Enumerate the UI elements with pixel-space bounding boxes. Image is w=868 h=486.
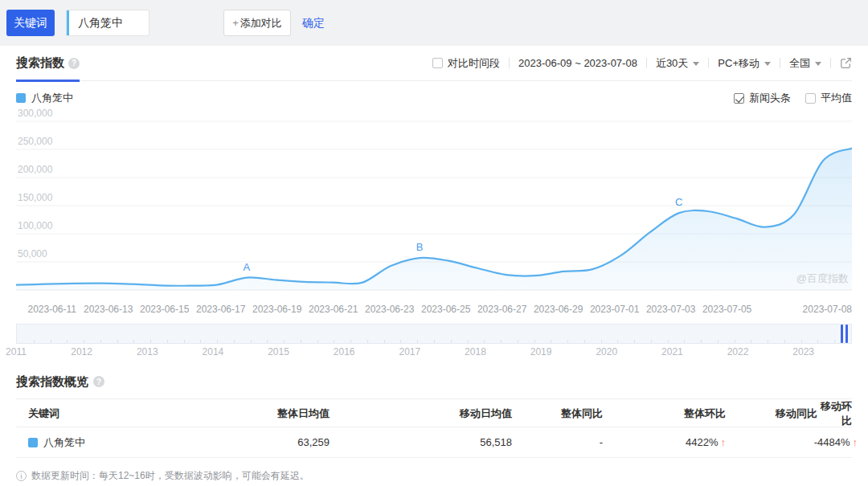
compare-period-checkbox[interactable]: 对比时间段 xyxy=(432,56,500,71)
x-tick-label: 2023-06-29 xyxy=(534,304,583,315)
timeline-tick xyxy=(784,340,785,343)
divider xyxy=(509,58,510,68)
year-label: 2015 xyxy=(268,346,289,357)
confirm-link[interactable]: 确定 xyxy=(302,16,325,31)
overall-daily-avg-value: 63,259 xyxy=(241,436,330,448)
x-tick-label: 2023-06-13 xyxy=(84,304,133,315)
timeline-tick xyxy=(634,340,635,343)
trend-chart: 50,000100,000150,000200,000250,000300,00… xyxy=(16,108,852,301)
timeline-tick xyxy=(350,340,351,343)
chevron-down-icon xyxy=(693,62,699,66)
checkbox-icon[interactable] xyxy=(805,93,816,104)
timeline-tick xyxy=(617,340,618,343)
compare-period-label: 对比时间段 xyxy=(448,56,500,71)
help-icon[interactable]: ? xyxy=(93,376,104,387)
col-mobile-mom: 移动环比 xyxy=(817,399,852,428)
timeline-tick xyxy=(834,340,835,343)
timeline-tick xyxy=(133,340,134,343)
chart-controls: 对比时间段 2023-06-09 ~ 2023-07-08 近30天 PC+移动… xyxy=(432,56,852,71)
x-tick-label: 2023-06-11 xyxy=(27,304,76,315)
overall-yoy-value: - xyxy=(512,436,603,448)
year-label: 2022 xyxy=(727,346,749,357)
svg-text:B: B xyxy=(416,241,424,253)
timeline-tick xyxy=(34,340,35,343)
timeline-tick xyxy=(434,340,435,343)
year-label: 2011 xyxy=(6,346,27,357)
x-tick-label: 2023-07-08 xyxy=(803,304,852,315)
divider xyxy=(830,58,831,68)
timeline-tick xyxy=(334,340,334,343)
timeline-tick xyxy=(234,340,235,343)
overall-mom-value: 4422%↑ xyxy=(603,436,726,448)
timeline-brush[interactable] xyxy=(16,324,852,344)
checkbox-checked-icon[interactable] xyxy=(734,93,744,104)
year-label: 2012 xyxy=(71,346,92,357)
series-color-swatch xyxy=(16,93,26,103)
timeline-tick xyxy=(367,340,368,343)
x-tick-label: 2023-06-15 xyxy=(140,304,189,315)
timeline-tick xyxy=(100,340,101,343)
tab-search-index[interactable]: 搜索指数 ? xyxy=(16,46,80,81)
add-compare-button[interactable]: +添加对比 xyxy=(223,10,291,36)
legend-row: 八角笼中 新闻头条 平均值 xyxy=(16,91,852,105)
timeline-tick xyxy=(200,340,201,343)
keyword-value: 八角笼中 xyxy=(43,435,85,450)
year-label: 2016 xyxy=(334,346,355,357)
col-keyword: 关键词 xyxy=(16,406,241,421)
x-tick-label: 2023-07-01 xyxy=(590,304,639,315)
legend-item-keyword[interactable]: 八角笼中 xyxy=(16,91,73,105)
year-label: 2018 xyxy=(465,346,486,357)
col-overall-daily-avg: 整体日均值 xyxy=(241,406,330,421)
year-label: 2023 xyxy=(792,346,814,357)
keyword-input[interactable] xyxy=(67,10,149,35)
timeline-tick xyxy=(67,340,68,343)
checkbox-icon[interactable] xyxy=(432,58,443,68)
external-link-icon[interactable] xyxy=(840,57,852,69)
device-dropdown[interactable]: PC+移动 xyxy=(718,56,771,71)
brush-handle-left[interactable] xyxy=(841,325,843,343)
timeline-tick xyxy=(567,340,568,343)
date-range-picker[interactable]: 2023-06-09 ~ 2023-07-08 xyxy=(518,57,637,69)
range-dropdown[interactable]: 近30天 xyxy=(656,56,699,71)
chevron-down-icon xyxy=(815,62,821,66)
timeline-year-labels: 2011201220132014201520162017201820192020… xyxy=(16,344,852,358)
query-bar: 关键词 +添加对比 确定 xyxy=(0,0,868,46)
year-label: 2020 xyxy=(596,346,617,357)
news-headlines-checkbox[interactable]: 新闻头条 xyxy=(734,91,791,105)
region-dropdown[interactable]: 全国 xyxy=(789,56,821,71)
average-label: 平均值 xyxy=(821,91,852,105)
data-update-note: i 数据更新时间：每天12~16时，受数据波动影响，可能会有延迟。 xyxy=(16,469,852,483)
mobile-yoy-value: - xyxy=(726,436,817,448)
timeline-tick xyxy=(251,340,252,343)
year-label: 2021 xyxy=(661,346,683,357)
average-checkbox[interactable]: 平均值 xyxy=(805,91,852,105)
timeline-tick xyxy=(651,340,652,343)
year-label: 2013 xyxy=(137,346,158,357)
table-row: 八角笼中 63,259 56,518 - 4422%↑ - 4484%↑ xyxy=(16,427,852,458)
timeline-tick xyxy=(817,340,818,343)
x-tick-label: 2023-07-05 xyxy=(702,304,751,315)
timeline-tick xyxy=(51,340,51,343)
x-tick-label: 2023-06-27 xyxy=(477,304,526,315)
col-mobile-daily-avg: 移动日均值 xyxy=(330,406,512,421)
year-label: 2019 xyxy=(530,346,552,357)
timeline-tick xyxy=(484,340,485,343)
timeline-tick xyxy=(301,340,301,343)
svg-text:C: C xyxy=(675,196,682,208)
help-icon[interactable]: ? xyxy=(68,58,80,69)
year-label: 2014 xyxy=(203,346,224,357)
trend-chart-svg: 50,000100,000150,000200,000250,000300,00… xyxy=(16,108,852,301)
col-mobile-yoy: 移动同比 xyxy=(726,406,817,421)
mobile-daily-avg-value: 56,518 xyxy=(330,436,512,448)
timeline-tick xyxy=(184,340,185,343)
chevron-down-icon xyxy=(764,62,771,66)
timeline-tick xyxy=(584,340,585,343)
col-overall-yoy: 整体同比 xyxy=(512,406,603,421)
timeline-tick xyxy=(501,340,502,343)
x-tick-label: 2023-06-23 xyxy=(365,304,414,315)
table-header: 关键词 整体日均值 移动日均值 整体同比 整体环比 移动同比 移动环比 xyxy=(16,398,852,427)
keyword-button[interactable]: 关键词 xyxy=(6,10,55,36)
up-arrow-icon: ↑ xyxy=(852,436,858,448)
timeline-tick xyxy=(534,340,535,343)
brush-handle-right[interactable] xyxy=(845,325,848,343)
